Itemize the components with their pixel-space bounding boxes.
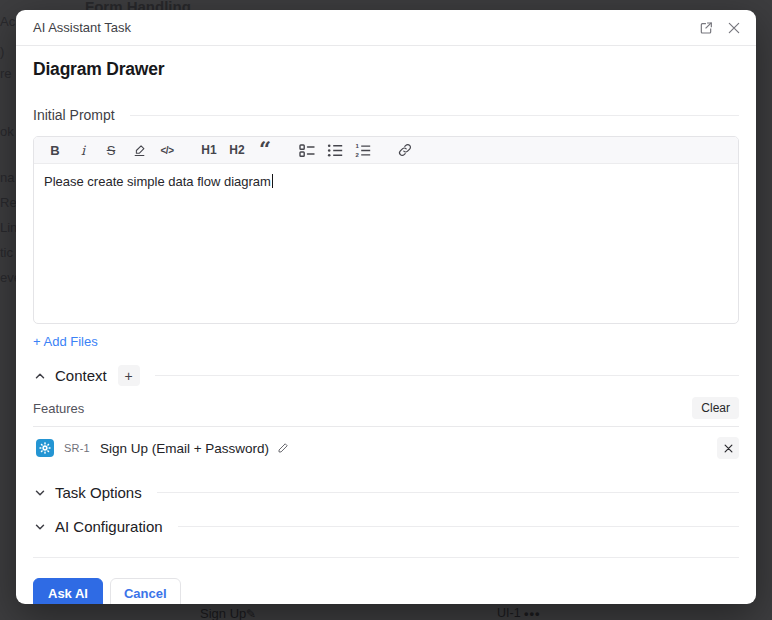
modal-footer: Ask AI Cancel — [33, 578, 739, 604]
svg-text:2: 2 — [356, 151, 360, 157]
prompt-text: Please create simple data flow diagram — [44, 174, 271, 189]
background-fragment: tic — [0, 245, 13, 260]
ordered-list-button[interactable]: 1 2 — [351, 140, 375, 161]
add-files-link[interactable]: + Add Files — [33, 334, 98, 349]
prompt-text-input[interactable]: Please create simple data flow diagram — [34, 164, 738, 323]
background-fragment: ) — [0, 44, 4, 59]
features-label: Features — [33, 401, 84, 416]
pencil-icon: ✎ — [246, 607, 256, 620]
initial-prompt-section: Initial Prompt — [33, 107, 739, 123]
background-fragment: Lin — [0, 220, 17, 235]
remove-feature-button[interactable] — [717, 437, 739, 459]
edit-pencil-icon[interactable] — [276, 441, 290, 455]
chevron-up-icon[interactable] — [33, 369, 47, 383]
italic-button[interactable]: i — [71, 140, 95, 161]
divider — [178, 526, 739, 527]
svg-text:1: 1 — [356, 143, 360, 149]
features-header: Features Clear — [33, 397, 739, 419]
add-context-button[interactable]: + — [118, 365, 140, 386]
modal-header-title: AI Assistant Task — [33, 20, 698, 35]
cancel-button[interactable]: Cancel — [110, 578, 181, 604]
divider — [130, 115, 739, 116]
prompt-editor: B i S </> H1 H2 “ — [33, 136, 739, 324]
ask-ai-button[interactable]: Ask AI — [33, 578, 103, 604]
task-options-label[interactable]: Task Options — [55, 484, 142, 501]
chevron-down-icon[interactable] — [33, 486, 47, 500]
feature-title: Sign Up (Email + Password) — [100, 441, 269, 456]
dialog-title: Diagram Drawer — [33, 59, 739, 80]
ai-configuration-section: AI Configuration — [33, 518, 739, 535]
heading2-button[interactable]: H2 — [225, 140, 249, 161]
context-label[interactable]: Context — [55, 367, 107, 384]
code-button[interactable]: </> — [155, 140, 179, 161]
background-fragment: ok — [0, 124, 14, 139]
modal-body: Diagram Drawer Initial Prompt B i S </> … — [16, 46, 756, 604]
feature-gear-icon — [36, 439, 54, 457]
context-section-header: Context + — [33, 365, 739, 386]
background-row-more: ••• — [524, 606, 541, 620]
ai-assistant-task-modal: AI Assistant Task Diagram Drawer Initial… — [16, 10, 756, 604]
clear-features-button[interactable]: Clear — [692, 397, 739, 419]
chevron-down-icon[interactable] — [33, 520, 47, 534]
bullet-list-button[interactable] — [323, 140, 347, 161]
task-options-section: Task Options — [33, 484, 739, 501]
expand-icon[interactable] — [698, 20, 714, 36]
initial-prompt-label: Initial Prompt — [33, 107, 115, 123]
checklist-button[interactable] — [295, 140, 319, 161]
divider — [33, 557, 739, 558]
modal-header: AI Assistant Task — [16, 10, 756, 46]
ai-configuration-label[interactable]: AI Configuration — [55, 518, 163, 535]
feature-id-badge: SR-1 — [64, 442, 90, 454]
text-cursor — [272, 174, 274, 188]
editor-toolbar: B i S </> H1 H2 “ — [34, 137, 738, 164]
heading1-button[interactable]: H1 — [197, 140, 221, 161]
link-button[interactable] — [393, 140, 417, 161]
highlight-button[interactable] — [127, 140, 151, 161]
divider — [155, 375, 739, 376]
background-fragment: Re — [0, 195, 17, 210]
background-row-title: Sign Up — [200, 606, 246, 620]
feature-item: SR-1 Sign Up (Email + Password) — [33, 427, 739, 469]
bold-button[interactable]: B — [43, 140, 67, 161]
background-fragment: Ac — [0, 14, 15, 29]
background-fragment: na — [0, 170, 14, 185]
strikethrough-button[interactable]: S — [99, 140, 123, 161]
divider — [157, 492, 739, 493]
blockquote-button[interactable]: “ — [253, 140, 277, 161]
close-icon[interactable] — [726, 20, 742, 36]
background-fragment: re — [0, 66, 12, 81]
background-row-id: UI-1 — [497, 606, 521, 620]
